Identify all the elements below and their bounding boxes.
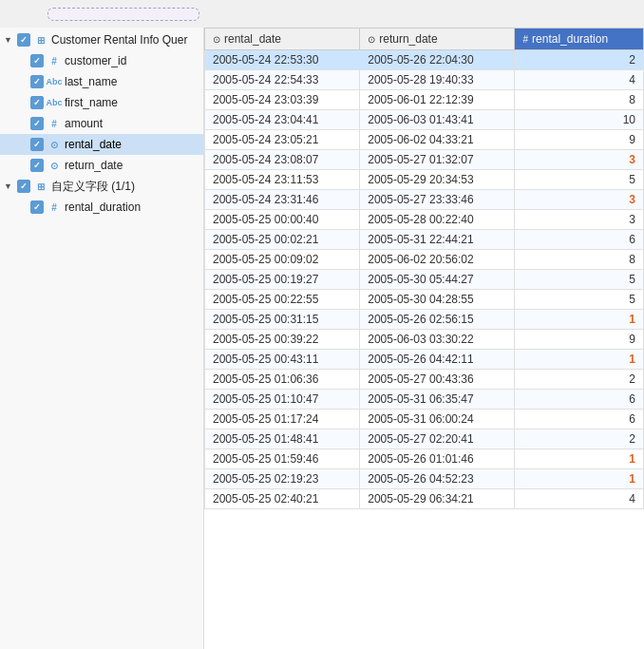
cell-rental-duration-5: 3 bbox=[515, 150, 644, 170]
cell-rental-duration-21: 1 bbox=[515, 469, 644, 489]
tree-checkbox-rental_duration[interactable] bbox=[30, 200, 44, 214]
cell-rental-date-11: 2005-05-25 00:19:27 bbox=[205, 270, 360, 290]
cell-rental-duration-9: 6 bbox=[515, 230, 644, 250]
cell-rental-duration-20: 1 bbox=[515, 449, 644, 469]
cell-rental-duration-19: 2 bbox=[515, 429, 644, 449]
col-icon-rental_duration: # bbox=[522, 34, 528, 45]
table-row[interactable]: 2005-05-24 23:04:412005-06-03 01:43:4110 bbox=[205, 110, 644, 130]
cell-rental-duration-12: 5 bbox=[515, 290, 644, 310]
table-row[interactable]: 2005-05-25 00:43:112005-05-26 04:42:111 bbox=[205, 350, 644, 370]
cell-rental-duration-17: 6 bbox=[515, 390, 644, 410]
cell-rental-duration-14: 9 bbox=[515, 330, 644, 350]
tree-item-rental_duration[interactable]: #rental_duration bbox=[0, 197, 203, 218]
tree-label-amount: amount bbox=[65, 117, 103, 130]
tree-item-root[interactable]: ▼⊞Customer Rental Info Quer bbox=[0, 29, 203, 50]
cell-rental-duration-18: 6 bbox=[515, 410, 644, 429]
cell-rental-date-18: 2005-05-25 01:17:24 bbox=[205, 410, 360, 429]
tree-label-customer_id: customer_id bbox=[65, 54, 126, 67]
tree-item-custom_fields[interactable]: ▼⊞自定义字段 (1/1) bbox=[0, 176, 203, 197]
col-label-rental_date: rental_date bbox=[224, 32, 281, 46]
tree-checkbox-amount[interactable] bbox=[30, 117, 44, 130]
cell-return-date-9: 2005-05-31 22:44:21 bbox=[360, 230, 515, 250]
table-row[interactable]: 2005-05-25 00:22:552005-05-30 04:28:555 bbox=[205, 290, 644, 310]
tree-label-rental_date: rental_date bbox=[65, 138, 122, 151]
table-row[interactable]: 2005-05-25 01:17:242005-05-31 06:00:246 bbox=[205, 410, 644, 429]
cell-rental-duration-4: 9 bbox=[515, 130, 644, 150]
table-row[interactable]: 2005-05-24 22:53:302005-05-26 22:04:302 bbox=[205, 50, 644, 70]
cell-return-date-21: 2005-05-26 04:52:23 bbox=[360, 469, 515, 489]
tree-item-return_date[interactable]: ⊙return_date bbox=[0, 155, 203, 176]
table-row[interactable]: 2005-05-24 23:03:392005-06-01 22:12:398 bbox=[205, 90, 644, 110]
table-row[interactable]: 2005-05-24 23:08:072005-05-27 01:32:073 bbox=[205, 150, 644, 170]
col-icon-return_date: ⊙ bbox=[368, 34, 375, 45]
col-label-return_date: return_date bbox=[379, 32, 437, 46]
cell-return-date-12: 2005-05-30 04:28:55 bbox=[360, 290, 515, 310]
cell-return-date-11: 2005-05-30 05:44:27 bbox=[360, 270, 515, 290]
table-row[interactable]: 2005-05-25 01:06:362005-05-27 00:43:362 bbox=[205, 370, 644, 390]
table-row[interactable]: 2005-05-25 00:19:272005-05-30 05:44:275 bbox=[205, 270, 644, 290]
tree-item-rental_date[interactable]: ⊙rental_date bbox=[0, 134, 203, 155]
cell-rental-duration-13: 1 bbox=[515, 310, 644, 330]
cell-return-date-1: 2005-05-28 19:40:33 bbox=[360, 70, 515, 90]
cell-rental-date-16: 2005-05-25 01:06:36 bbox=[205, 370, 360, 390]
tree-checkbox-return_date[interactable] bbox=[30, 159, 44, 172]
tree-checkbox-custom_fields[interactable] bbox=[17, 180, 30, 193]
table-row[interactable]: 2005-05-25 00:39:222005-06-03 03:30:229 bbox=[205, 330, 644, 350]
cell-rental-duration-22: 4 bbox=[515, 489, 644, 509]
table-row[interactable]: 2005-05-25 00:02:212005-05-31 22:44:216 bbox=[205, 230, 644, 250]
tree-item-amount[interactable]: #amount bbox=[0, 113, 203, 134]
cell-return-date-0: 2005-05-26 22:04:30 bbox=[360, 50, 515, 70]
tree-checkbox-first_name[interactable] bbox=[30, 96, 44, 109]
cell-rental-duration-0: 2 bbox=[515, 50, 644, 70]
cell-rental-date-5: 2005-05-24 23:08:07 bbox=[205, 150, 360, 170]
tree-label-first_name: first_name bbox=[65, 96, 118, 109]
table-row[interactable]: 2005-05-25 00:31:152005-05-26 02:56:151 bbox=[205, 310, 644, 330]
tree-item-customer_id[interactable]: #customer_id bbox=[0, 50, 203, 71]
cell-rental-date-13: 2005-05-25 00:31:15 bbox=[205, 310, 360, 330]
table-row[interactable]: 2005-05-25 00:09:022005-06-02 20:56:028 bbox=[205, 250, 644, 270]
tree-checkbox-last_name[interactable] bbox=[30, 75, 44, 88]
tree-label-last_name: last_name bbox=[65, 75, 117, 88]
table-row[interactable]: 2005-05-25 01:10:472005-05-31 06:35:476 bbox=[205, 390, 644, 410]
cell-rental-duration-6: 5 bbox=[515, 170, 644, 190]
type-icon-return_date: ⊙ bbox=[47, 159, 62, 172]
tree-item-last_name[interactable]: Abclast_name bbox=[0, 71, 203, 92]
table-row[interactable]: 2005-05-24 23:31:462005-05-27 23:33:463 bbox=[205, 190, 644, 210]
tree-checkbox-customer_id[interactable] bbox=[30, 54, 44, 67]
col-label-rental_duration: rental_duration bbox=[532, 32, 608, 46]
table-row[interactable]: 2005-05-25 01:48:412005-05-27 02:20:412 bbox=[205, 429, 644, 449]
cell-rental-date-10: 2005-05-25 00:09:02 bbox=[205, 250, 360, 270]
cell-rental-date-17: 2005-05-25 01:10:47 bbox=[205, 390, 360, 410]
tree-checkbox-root[interactable] bbox=[17, 33, 30, 47]
table-row[interactable]: 2005-05-25 02:40:212005-05-29 06:34:214 bbox=[205, 489, 644, 509]
table-row[interactable]: 2005-05-25 00:00:402005-05-28 00:22:403 bbox=[205, 210, 644, 230]
cell-rental-date-6: 2005-05-24 23:11:53 bbox=[205, 170, 360, 190]
col-header-rental_date[interactable]: ⊙rental_date bbox=[205, 29, 360, 50]
table-row[interactable]: 2005-05-24 23:11:532005-05-29 20:34:535 bbox=[205, 170, 644, 190]
query-node-box[interactable] bbox=[47, 8, 199, 21]
cell-rental-date-21: 2005-05-25 02:19:23 bbox=[205, 469, 360, 489]
split-area: ▼⊞Customer Rental Info Quer#customer_idA… bbox=[0, 28, 644, 649]
cell-rental-date-4: 2005-05-24 23:05:21 bbox=[205, 130, 360, 150]
cell-return-date-22: 2005-05-29 06:34:21 bbox=[360, 489, 515, 509]
cell-rental-duration-7: 3 bbox=[515, 190, 644, 210]
table-row[interactable]: 2005-05-24 22:54:332005-05-28 19:40:334 bbox=[205, 70, 644, 90]
top-node-area bbox=[0, 0, 644, 28]
tree-toggle-root[interactable]: ▼ bbox=[4, 35, 17, 45]
table-row[interactable]: 2005-05-24 23:05:212005-06-02 04:33:219 bbox=[205, 130, 644, 150]
col-header-return_date[interactable]: ⊙return_date bbox=[360, 29, 515, 50]
col-header-rental_duration[interactable]: #rental_duration bbox=[515, 29, 644, 50]
tree-label-root: Customer Rental Info Quer bbox=[51, 33, 187, 47]
cell-return-date-5: 2005-05-27 01:32:07 bbox=[360, 150, 515, 170]
table-row[interactable]: 2005-05-25 02:19:232005-05-26 04:52:231 bbox=[205, 469, 644, 489]
table-row[interactable]: 2005-05-25 01:59:462005-05-26 01:01:461 bbox=[205, 449, 644, 469]
cell-return-date-10: 2005-06-02 20:56:02 bbox=[360, 250, 515, 270]
sidebar-tree: ▼⊞Customer Rental Info Quer#customer_idA… bbox=[0, 28, 204, 649]
tree-checkbox-rental_date[interactable] bbox=[30, 138, 44, 151]
tree-toggle-custom_fields[interactable]: ▼ bbox=[4, 181, 17, 191]
cell-rental-date-15: 2005-05-25 00:43:11 bbox=[205, 350, 360, 370]
table-area[interactable]: ⊙rental_date⊙return_date#rental_duration… bbox=[204, 28, 644, 649]
type-icon-root: ⊞ bbox=[33, 33, 48, 47]
tree-item-first_name[interactable]: Abcfirst_name bbox=[0, 92, 203, 113]
cell-rental-duration-2: 8 bbox=[515, 90, 644, 110]
